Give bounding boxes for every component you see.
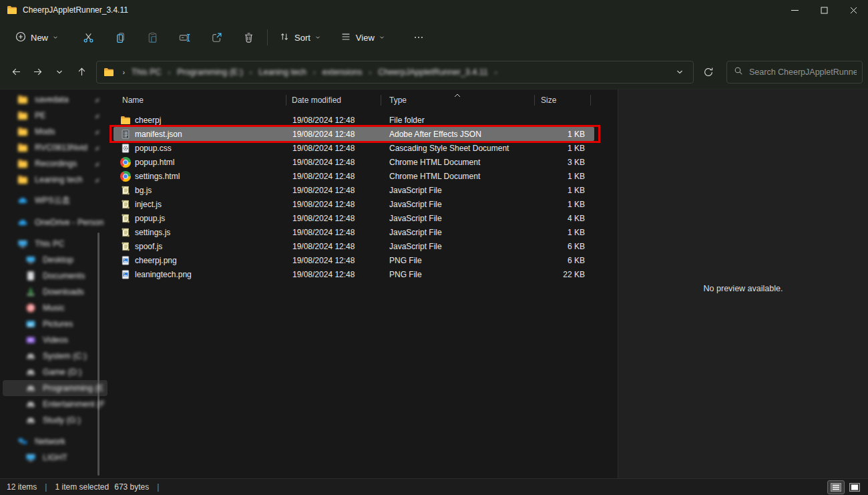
close-button[interactable]: [839, 0, 868, 20]
column-header-name[interactable]: Name: [110, 90, 286, 111]
history-chevron-button[interactable]: [49, 61, 71, 84]
sidebar-item-label: Recordings: [35, 159, 77, 168]
thumbnail-view-toggle[interactable]: [847, 481, 863, 494]
file-row-popup-html[interactable]: popup.html19/08/2024 12:48Chrome HTML Do…: [114, 155, 594, 169]
refresh-button[interactable]: [697, 61, 720, 84]
sidebar-item-pe[interactable]: PE: [3, 108, 107, 124]
delete-button[interactable]: [235, 25, 262, 49]
file-date-modified: 19/08/2024 12:48: [289, 200, 384, 209]
breadcrumb-item[interactable]: Leaning tech: [257, 67, 308, 77]
column-header-type[interactable]: Type: [381, 90, 534, 111]
breadcrumb-item[interactable]: CheerpJAppletRunner_3.4.11: [377, 67, 489, 77]
file-row-cheerpj-png[interactable]: cheerpj.png19/08/2024 12:48PNG File6 KB: [114, 253, 594, 267]
file-row-settings-js[interactable]: settings.js19/08/2024 12:48JavaScript Fi…: [114, 225, 594, 239]
sidebar-item-onedrive-person[interactable]: OneDrive - Person: [3, 214, 107, 230]
more-options-button[interactable]: [405, 25, 432, 49]
breadcrumb-separator[interactable]: ›: [364, 68, 377, 76]
sidebar-item-mods[interactable]: Mods: [3, 124, 107, 140]
maximize-button[interactable]: [809, 0, 839, 20]
forward-button[interactable]: [27, 61, 49, 84]
sidebar-item-game-d[interactable]: Game (D:): [3, 364, 107, 380]
breadcrumb-separator[interactable]: ›: [163, 68, 176, 76]
file-row-popup-css[interactable]: popup.css19/08/2024 12:48Cascading Style…: [114, 141, 594, 155]
folder-icon: [7, 5, 17, 15]
file-row-inject-js[interactable]: inject.js19/08/2024 12:48JavaScript File…: [114, 197, 594, 211]
file-row-bg-js[interactable]: bg.js19/08/2024 12:48JavaScript File1 KB: [114, 183, 594, 197]
breadcrumb: This PC›Programming (E:)›Leaning tech›ex…: [130, 67, 502, 77]
file-row-leaningtech-png[interactable]: leaningtech.png19/08/2024 12:48PNG File2…: [114, 267, 594, 281]
file-row-spoof-js[interactable]: spoof.js19/08/2024 12:48JavaScript File6…: [114, 239, 594, 253]
file-size: 1 KB: [537, 200, 594, 209]
sidebar-item-label: Leaning tech: [35, 175, 83, 184]
sort-button[interactable]: Sort: [273, 25, 327, 49]
selection-count: 1 item selected: [55, 482, 109, 492]
share-button[interactable]: [203, 25, 230, 49]
sidebar-item-light[interactable]: LIGHT: [3, 450, 107, 466]
sidebar-item-recordings[interactable]: Recordings: [3, 156, 107, 172]
sidebar-item-system-c[interactable]: System (C:): [3, 348, 107, 364]
file-type: Chrome HTML Document: [384, 158, 537, 167]
sidebar-item-label: RVC0813Nvid: [35, 143, 87, 152]
sidebar-item-leaning-tech[interactable]: Leaning tech: [3, 172, 107, 188]
address-dropdown-chevron[interactable]: [672, 68, 688, 76]
breadcrumb-separator[interactable]: ›: [244, 68, 258, 76]
file-type: JavaScript File: [384, 228, 537, 237]
sidebar-item-wps[interactable]: WPS云盘: [3, 192, 107, 208]
copy-button[interactable]: [107, 25, 134, 49]
desktop-icon: [25, 255, 36, 265]
search-box[interactable]: [726, 61, 863, 84]
search-input[interactable]: [749, 67, 857, 77]
new-button-label: New: [31, 33, 48, 43]
sidebar-item-videos[interactable]: Videos: [3, 332, 107, 348]
file-size: 1 KB: [537, 172, 594, 181]
breadcrumb-item[interactable]: Programming (E:): [176, 67, 244, 77]
column-header-date-modified[interactable]: Date modified: [286, 90, 381, 111]
sidebar-item-desktop[interactable]: Desktop: [3, 252, 107, 268]
new-button[interactable]: New: [9, 25, 64, 49]
file-name-label: manifest.json: [135, 130, 182, 139]
breadcrumb-separator[interactable]: ›: [489, 68, 503, 76]
details-view-toggle[interactable]: [828, 481, 844, 494]
file-row-cheerpj[interactable]: cheerpj19/08/2024 12:48File folder: [114, 113, 594, 127]
folder-icon: [17, 110, 28, 121]
sidebar-item-rvc0813nvid[interactable]: RVC0813Nvid: [3, 140, 107, 156]
chevron-down-icon: [314, 33, 321, 43]
cut-button[interactable]: [75, 25, 101, 49]
file-date-modified: 19/08/2024 12:48: [289, 256, 384, 265]
breadcrumb-separator[interactable]: ›: [308, 68, 321, 76]
file-type: JavaScript File: [384, 214, 537, 223]
file-name-label: cheerpj.png: [135, 256, 177, 265]
sidebar-item-label: PE: [35, 111, 46, 120]
sidebar-item-label: OneDrive - Person: [35, 218, 104, 227]
sidebar-item-downloads[interactable]: Downloads: [3, 284, 107, 300]
sidebar-item-pictures[interactable]: Pictures: [3, 316, 107, 332]
breadcrumb-item[interactable]: This PC: [130, 67, 162, 77]
sidebar-item-music[interactable]: Music: [3, 300, 107, 316]
sort-button-label: Sort: [294, 33, 310, 43]
file-row-settings-html[interactable]: settings.html19/08/2024 12:48Chrome HTML…: [114, 169, 594, 183]
view-button[interactable]: View: [335, 25, 391, 49]
sidebar-item-programming-e[interactable]: Programming (E: [3, 380, 107, 396]
sidebar-item-documents[interactable]: Documents: [3, 268, 107, 284]
breadcrumb-bar[interactable]: › This PC›Programming (E:)›Leaning tech›…: [96, 61, 694, 84]
sidebar-item-this-pc[interactable]: This PC: [3, 236, 107, 252]
sidebar-item-savedata[interactable]: savedata: [3, 92, 107, 108]
file-size: 1 KB: [537, 228, 594, 237]
back-button[interactable]: [5, 61, 27, 84]
plus-circle-icon: [15, 31, 27, 45]
file-row-manifest-json[interactable]: manifest.json19/08/2024 12:48Adobe After…: [114, 127, 594, 141]
items-count: 12 items: [7, 482, 37, 492]
sidebar-item-entertainment-f[interactable]: Entertainment (F: [3, 396, 107, 412]
breadcrumb-item[interactable]: extensions: [321, 67, 364, 77]
json-file-icon: [120, 129, 131, 140]
file-row-popup-js[interactable]: popup.js19/08/2024 12:48JavaScript File4…: [114, 211, 594, 225]
rename-button[interactable]: [171, 25, 198, 49]
paste-button[interactable]: [139, 25, 166, 49]
pin-icon: [93, 176, 101, 184]
minimize-button[interactable]: [780, 0, 809, 20]
sidebar-item-study-g[interactable]: Study (G:): [3, 412, 107, 428]
up-button[interactable]: [71, 61, 93, 84]
file-name: leaningtech.png: [114, 269, 289, 280]
column-header-size[interactable]: Size: [534, 90, 591, 111]
sidebar-item-network[interactable]: Network: [3, 434, 107, 450]
